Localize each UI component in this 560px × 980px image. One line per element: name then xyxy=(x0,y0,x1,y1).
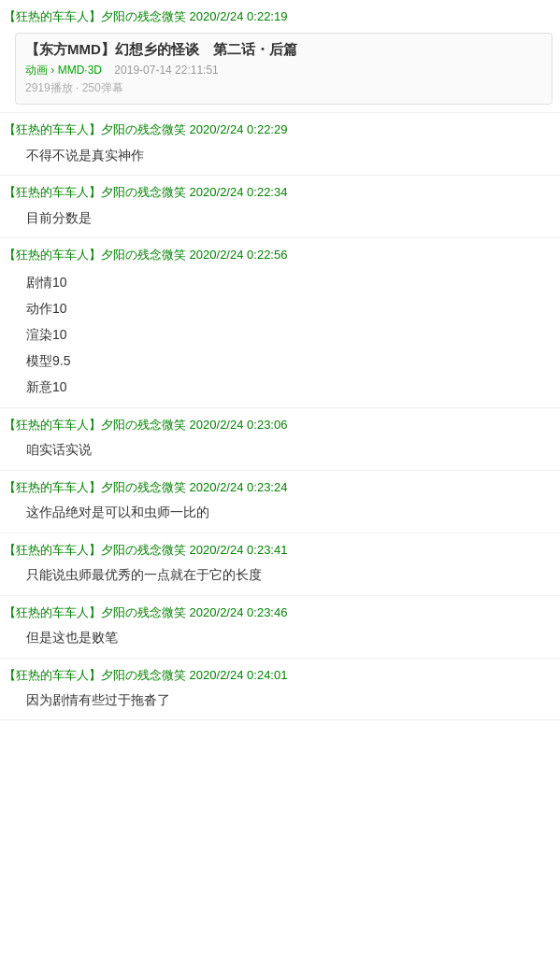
comment-block-8: 【狂热的车车人】夕阳の残念微笑 2020/2/24 0:23:46 但是这也是败… xyxy=(0,596,560,659)
comment-header-6: 【狂热的车车人】夕阳の残念微笑 2020/2/24 0:23:24 xyxy=(0,475,560,500)
comment-body-4: 剧情10 动作10 渲染10 模型9.5 新意10 xyxy=(0,267,560,404)
score-line-1: 剧情10 xyxy=(26,269,553,295)
comment-header-3: 【狂热的车车人】夕阳の残念微笑 2020/2/24 0:22:34 xyxy=(0,179,560,205)
comment-block-4: 【狂热的车车人】夕阳の残念微笑 2020/2/24 0:22:56 剧情10 动… xyxy=(0,238,560,408)
comment-header-2: 【狂热的车车人】夕阳の残念微笑 2020/2/24 0:22:29 xyxy=(0,117,560,142)
comment-header-9: 【狂热的车车人】夕阳の残念微笑 2020/2/24 0:24:01 xyxy=(0,662,560,688)
comment-header-4: 【狂热的车车人】夕阳の残念微笑 2020/2/24 0:22:56 xyxy=(0,242,560,267)
comment-line: 只能说虫师最优秀的一点就在于它的长度 xyxy=(26,563,553,587)
breadcrumb-part1: 动画 › MMD·3D xyxy=(25,64,102,77)
score-line-2: 动作10 xyxy=(26,295,553,321)
comment-header-7: 【狂热的车车人】夕阳の残念微笑 2020/2/24 0:23:41 xyxy=(0,537,560,562)
comment-block-6: 【狂热的车车人】夕阳の残念微笑 2020/2/24 0:23:24 这作品绝对是… xyxy=(0,471,560,533)
comment-line: 不得不说是真实神作 xyxy=(26,144,553,167)
comment-header-5: 【狂热的车车人】夕阳の残念微笑 2020/2/24 0:23:06 xyxy=(0,412,560,437)
video-date: 2019-07-14 22:11:51 xyxy=(114,64,218,77)
comment-body-6: 这作品绝对是可以和虫师一比的 xyxy=(0,499,560,528)
video-meta: 动画 › MMD·3D 2019-07-14 22:11:51 xyxy=(25,63,542,78)
comment-header-1: 【狂热的车车人】夕阳の残念微笑 2020/2/24 0:22:19 xyxy=(0,4,560,29)
score-line-4: 模型9.5 xyxy=(26,348,553,374)
main-container: 【狂热的车车人】夕阳の残念微笑 2020/2/24 0:22:19 【东方MMD… xyxy=(0,0,560,720)
video-card[interactable]: 【东方MMD】幻想乡的怪谈 第二话・后篇 动画 › MMD·3D 2019-07… xyxy=(15,33,553,105)
comment-block-5: 【狂热的车车人】夕阳の残念微笑 2020/2/24 0:23:06 咱实话实说 xyxy=(0,408,560,471)
comment-body-9: 因为剧情有些过于拖沓了 xyxy=(0,687,560,716)
comment-line: 但是这也是败笔 xyxy=(26,626,553,649)
score-line-5: 新意10 xyxy=(26,374,553,400)
comment-line: 这作品绝对是可以和虫师一比的 xyxy=(26,501,553,524)
comment-block-3: 【狂热的车车人】夕阳の残念微笑 2020/2/24 0:22:34 目前分数是 xyxy=(0,176,560,238)
comment-body-8: 但是这也是败笔 xyxy=(0,624,560,653)
video-breadcrumb: 动画 › MMD·3D xyxy=(25,64,105,77)
video-stats: 2919播放 · 250弹幕 xyxy=(25,80,542,96)
comment-body-2: 不得不说是真实神作 xyxy=(0,142,560,171)
comment-block-2: 【狂热的车车人】夕阳の残念微笑 2020/2/24 0:22:29 不得不说是真… xyxy=(0,113,560,176)
comment-line: 咱实话实说 xyxy=(26,438,553,462)
comment-block-9: 【狂热的车车人】夕阳の残念微笑 2020/2/24 0:24:01 因为剧情有些… xyxy=(0,659,560,721)
comment-line: 目前分数是 xyxy=(26,206,553,230)
comment-line: 因为剧情有些过于拖沓了 xyxy=(26,689,553,712)
video-title: 【东方MMD】幻想乡的怪谈 第二话・后篇 xyxy=(25,41,542,59)
comment-block-1: 【狂热的车车人】夕阳の残念微笑 2020/2/24 0:22:19 【东方MMD… xyxy=(0,0,560,113)
comment-body-3: 目前分数是 xyxy=(0,205,560,234)
score-line-3: 渲染10 xyxy=(26,321,553,348)
comment-block-7: 【狂热的车车人】夕阳の残念微笑 2020/2/24 0:23:41 只能说虫师最… xyxy=(0,533,560,596)
comment-body-5: 咱实话实说 xyxy=(0,436,560,465)
comment-header-8: 【狂热的车车人】夕阳の残念微笑 2020/2/24 0:23:46 xyxy=(0,600,560,625)
comment-body-7: 只能说虫师最优秀的一点就在于它的长度 xyxy=(0,561,560,590)
